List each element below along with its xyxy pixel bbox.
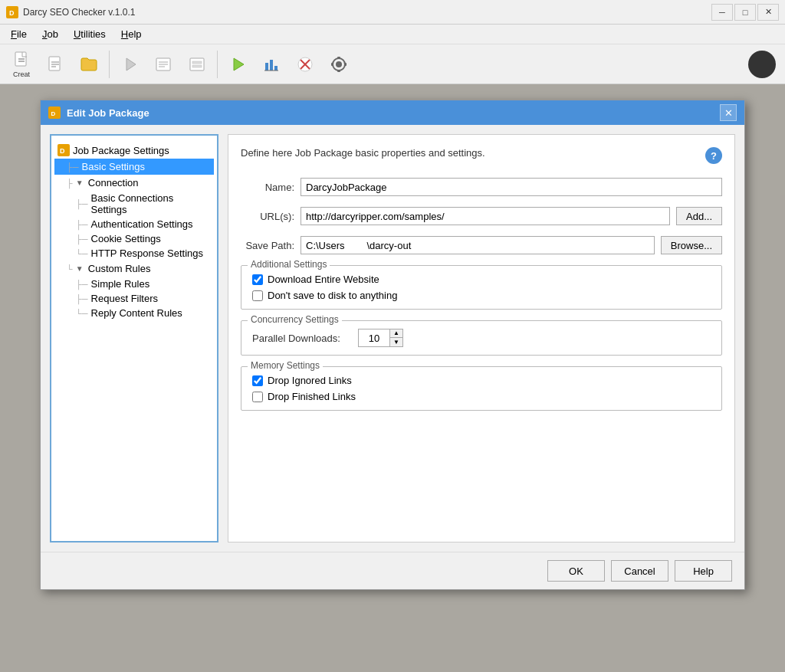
tree-connector-connection: ├ — [67, 179, 73, 188]
tree-label-basic-connections: Basic Connections Settings — [91, 192, 211, 215]
drop-finished-label: Drop Finished Links — [268, 391, 356, 402]
browse-button[interactable]: Browse... — [661, 236, 722, 254]
maximize-button[interactable]: □ — [734, 4, 756, 21]
help-footer-button[interactable]: Help — [675, 560, 732, 582]
tree-label-request-filters: Request Filters — [91, 293, 158, 304]
modal-close-button[interactable]: ✕ — [720, 104, 737, 121]
ok-button[interactable]: OK — [547, 560, 605, 582]
menu-job[interactable]: Job — [34, 26, 66, 42]
toolbar-list2-button[interactable] — [182, 48, 212, 81]
settings-description: Define here Job Package basic properties… — [241, 147, 485, 159]
toolbar-folder-button[interactable] — [74, 48, 104, 81]
urls-row: URL(s): Add... — [241, 207, 722, 225]
toolbar-settings-button[interactable] — [324, 48, 354, 81]
tree-label-reply-content: Reply Content Rules — [91, 307, 182, 319]
tree-root-item[interactable]: D Job Package Settings — [54, 142, 214, 159]
svg-rect-16 — [192, 65, 202, 67]
tree-label-custom-rules: Custom Rules — [88, 263, 151, 274]
toolbar-chart-button[interactable] — [256, 48, 287, 81]
tree-connector-basic: ├─ — [67, 162, 79, 172]
svg-marker-17 — [234, 58, 244, 70]
window-controls: ─ □ ✕ — [711, 4, 779, 21]
save-path-input[interactable] — [301, 236, 655, 254]
rules-connector-2: ├─ — [76, 294, 88, 303]
parallel-label: Parallel Downloads: — [252, 333, 352, 344]
download-entire-checkbox[interactable] — [252, 274, 263, 285]
dont-save-row: Don't save to disk to anything — [252, 290, 711, 301]
tree-item-cookie[interactable]: ├─ Cookie Settings — [73, 231, 214, 246]
concurrency-section: Concurrency Settings Parallel Downloads:… — [241, 320, 722, 356]
tree-item-request-filters[interactable]: ├─ Request Filters — [73, 291, 214, 306]
svg-rect-5 — [49, 57, 60, 70]
spinner-down-button[interactable]: ▼ — [390, 338, 402, 346]
svg-rect-19 — [270, 60, 273, 70]
tree-item-authentication[interactable]: ├─ Authentication Settings — [73, 217, 214, 231]
download-entire-label: Download Entire Website — [268, 274, 379, 285]
parallel-input[interactable] — [359, 329, 389, 346]
tree-expand-custom: ▼ — [76, 264, 85, 273]
tree-item-basic-connections[interactable]: ├─ Basic Connections Settings — [73, 191, 214, 217]
conn-connector-4: └─ — [76, 249, 88, 258]
tree-group-connection-header[interactable]: ├ ▼ Connection — [61, 175, 214, 191]
name-label: Name: — [241, 182, 294, 193]
settings-help-button[interactable]: ? — [705, 147, 722, 164]
svg-rect-30 — [344, 63, 347, 66]
svg-rect-14 — [190, 58, 204, 70]
modal-backdrop: D Edit Job Package ✕ D Job Package Setti… — [0, 84, 785, 672]
svg-rect-27 — [337, 57, 340, 59]
minimize-button[interactable]: ─ — [711, 4, 733, 21]
menu-bar: File Job Utilities Help — [0, 25, 785, 44]
tree-label-http-response: HTTP Response Settings — [91, 247, 203, 259]
doc-icon — [46, 55, 64, 74]
drop-ignored-checkbox[interactable] — [252, 375, 263, 386]
list-icon — [154, 55, 172, 74]
toolbar-stop-button[interactable] — [290, 48, 320, 81]
name-input[interactable] — [301, 178, 722, 196]
toolbar-new-button[interactable]: Creat — [6, 48, 37, 81]
tree-group-custom-rules-header[interactable]: └ ▼ Custom Rules — [61, 261, 214, 277]
tree-item-basic-settings[interactable]: ├─ Basic Settings — [54, 159, 214, 175]
svg-rect-28 — [337, 70, 340, 72]
toolbar: Creat — [0, 44, 785, 84]
app-title: Darcy SEO Checker v.1.0.1 — [23, 7, 711, 18]
tree-label-simple-rules: Simple Rules — [91, 278, 150, 290]
toolbar-doc-button[interactable] — [40, 48, 71, 81]
svg-marker-9 — [126, 58, 136, 70]
drop-ignored-label: Drop Ignored Links — [268, 375, 352, 386]
tree-label-cookie: Cookie Settings — [91, 233, 161, 244]
additional-settings-content: Download Entire Website Don't save to di… — [252, 274, 711, 301]
svg-rect-20 — [274, 66, 278, 70]
toolbar-play-button[interactable] — [222, 48, 253, 81]
add-button[interactable]: Add... — [676, 207, 722, 225]
menu-utilities[interactable]: Utilities — [66, 26, 113, 42]
tree-item-reply-content[interactable]: └─ Reply Content Rules — [73, 306, 214, 320]
spinner-controls: ▲ ▼ — [389, 329, 402, 346]
tree-label-authentication: Authentication Settings — [91, 218, 193, 230]
cancel-button[interactable]: Cancel — [611, 560, 668, 582]
close-button[interactable]: ✕ — [757, 4, 779, 21]
memory-settings-content: Drop Ignored Links Drop Finished Links — [252, 375, 711, 402]
conn-connector-3: ├─ — [76, 234, 88, 244]
svg-rect-18 — [265, 63, 268, 70]
toolbar-arrow-button[interactable] — [114, 48, 145, 81]
drop-ignored-row: Drop Ignored Links — [252, 375, 711, 386]
spinner-up-button[interactable]: ▲ — [390, 329, 402, 338]
menu-file[interactable]: File — [3, 26, 34, 42]
urls-input[interactable] — [301, 207, 670, 225]
parallel-downloads-row: Parallel Downloads: ▲ ▼ — [252, 329, 711, 347]
modal-footer: OK Cancel Help — [41, 552, 744, 589]
toolbar-sep-2 — [217, 51, 218, 78]
toolbar-list-button[interactable] — [148, 48, 179, 81]
tree-item-http-response[interactable]: └─ HTTP Response Settings — [73, 246, 214, 261]
svg-point-25 — [336, 61, 342, 67]
dont-save-checkbox[interactable] — [252, 290, 263, 301]
menu-help[interactable]: Help — [113, 26, 149, 42]
drop-finished-checkbox[interactable] — [252, 392, 263, 402]
toolbar-sep-1 — [109, 51, 110, 78]
dont-save-label: Don't save to disk to anything — [268, 290, 397, 301]
tree-connector-custom: └ — [67, 264, 73, 274]
memory-settings-section: Memory Settings Drop Ignored Links Drop … — [241, 366, 722, 411]
tree-item-simple-rules[interactable]: ├─ Simple Rules — [73, 277, 214, 291]
settings-panel: Define here Job Package basic properties… — [228, 134, 735, 543]
tree-root-icon: D — [57, 144, 70, 156]
